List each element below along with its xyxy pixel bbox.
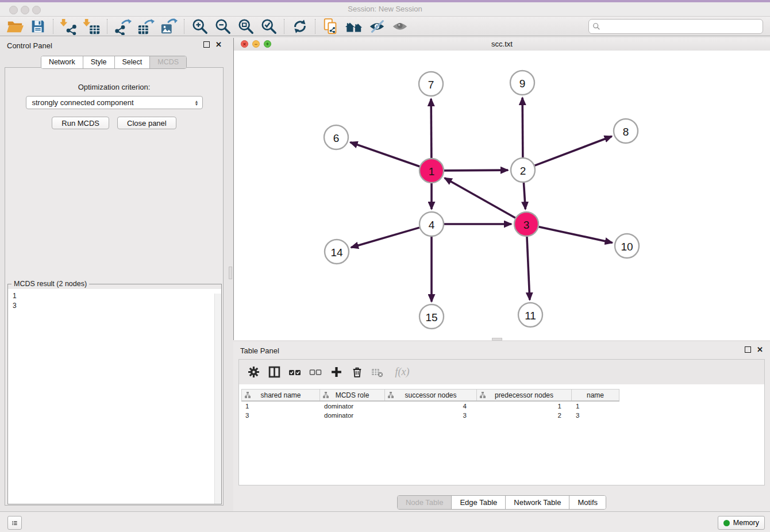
table-cell[interactable]: 1	[241, 402, 320, 411]
node-1[interactable]: 1	[419, 159, 444, 183]
network-view-titlebar[interactable]: × − + scc.txt	[234, 38, 770, 51]
node-7[interactable]: 7	[419, 72, 443, 96]
select-all-button[interactable]	[286, 364, 303, 381]
table-cell[interactable]: 1	[572, 402, 619, 411]
table-cell[interactable]: 3	[385, 411, 477, 420]
tab-network[interactable]: Network	[41, 56, 83, 68]
result-scrollbar[interactable]	[214, 294, 221, 504]
open-session-button[interactable]	[3, 18, 26, 35]
node-4[interactable]: 4	[419, 212, 444, 236]
duplicate-network-button[interactable]	[319, 18, 342, 35]
close-view-button[interactable]: ×	[241, 40, 248, 48]
zoom-selected-button[interactable]	[257, 18, 280, 35]
node-11[interactable]: 11	[518, 303, 542, 327]
node-3[interactable]: 3	[514, 212, 538, 236]
zoom-fit-button[interactable]	[234, 18, 257, 35]
table-tab-network-table[interactable]: Network Table	[506, 496, 569, 509]
table-cell[interactable]: dominator	[320, 411, 385, 420]
refresh-button[interactable]	[288, 18, 311, 35]
column-header-MCDS-role[interactable]: MCDS role	[320, 390, 385, 400]
edge-3-11[interactable]	[527, 237, 530, 300]
node-2[interactable]: 2	[511, 158, 535, 182]
memory-button[interactable]: Memory	[718, 516, 765, 530]
table-tab-edge-table[interactable]: Edge Table	[452, 496, 506, 509]
svg-text:14: 14	[330, 246, 343, 259]
node-6[interactable]: 6	[324, 125, 348, 149]
table-tab-motifs[interactable]: Motifs	[569, 496, 606, 509]
float-panel-icon[interactable]	[745, 346, 751, 353]
close-window-button[interactable]	[9, 6, 18, 14]
table-tab-node-table[interactable]: Node Table	[398, 496, 452, 509]
table-cell[interactable]: 4	[385, 402, 477, 411]
table-toolbar: f(x)	[239, 360, 764, 384]
edge-2-8[interactable]	[535, 136, 612, 165]
home-views-button[interactable]	[342, 18, 365, 35]
edge-3-1[interactable]	[445, 178, 515, 218]
run-mcds-button[interactable]: Run MCDS	[52, 117, 109, 129]
show-column-panel-button[interactable]	[265, 364, 283, 381]
node-9[interactable]: 9	[510, 71, 534, 95]
function-builder-button[interactable]: f(x)	[390, 364, 415, 381]
zoom-window-button[interactable]	[32, 6, 41, 14]
task-history-button[interactable]	[7, 516, 22, 530]
column-header-name[interactable]: name	[572, 390, 619, 400]
zoom-in-button[interactable]	[188, 18, 211, 35]
node-8[interactable]: 8	[614, 119, 638, 143]
deselect-all-button[interactable]	[307, 364, 324, 381]
edge-1-2[interactable]	[444, 170, 508, 171]
delete-column-button[interactable]	[348, 364, 365, 381]
node-14[interactable]: 14	[325, 240, 349, 264]
delete-table-button[interactable]	[369, 364, 386, 381]
tab-select[interactable]: Select	[115, 56, 151, 68]
edge-2-9[interactable]	[522, 98, 523, 157]
import-network-icon	[60, 18, 78, 35]
table-cell[interactable]: dominator	[320, 402, 385, 411]
tab-mcds[interactable]: MCDS	[150, 56, 186, 68]
mcds-result-group: MCDS result (2 nodes) 1 3	[7, 284, 222, 504]
edge-2-3[interactable]	[523, 183, 525, 209]
export-image-icon	[160, 18, 178, 35]
close-panel-icon[interactable]: ✕	[757, 346, 763, 353]
show-details-button[interactable]	[388, 18, 411, 35]
panel-splitter-handle[interactable]	[229, 267, 232, 279]
table-cell[interactable]: 2	[477, 411, 572, 420]
edge-4-14[interactable]	[351, 228, 419, 248]
network-canvas[interactable]: 7968124314101511	[234, 51, 770, 340]
criterion-select[interactable]: strongly connected component ▲▼	[26, 96, 203, 109]
edge-3-10[interactable]	[538, 227, 612, 243]
node-10[interactable]: 10	[615, 234, 639, 258]
add-column-button[interactable]	[328, 364, 345, 381]
column-header-predecessor-nodes[interactable]: predecessor nodes	[477, 390, 572, 400]
export-image-button[interactable]	[157, 18, 180, 35]
export-table-button[interactable]	[134, 18, 157, 35]
close-panel-button[interactable]: Close panel	[117, 117, 176, 129]
table-cell[interactable]: 3	[572, 411, 619, 420]
table-settings-button[interactable]	[245, 364, 262, 381]
zoom-out-button[interactable]	[211, 18, 234, 35]
column-header-shared-name[interactable]: shared name	[241, 390, 320, 400]
mcds-result-textarea[interactable]: 1 3	[8, 289, 221, 504]
view-resize-handle[interactable]	[492, 338, 502, 341]
tab-style[interactable]: Style	[83, 56, 115, 68]
import-table-button[interactable]	[80, 18, 103, 35]
table-cell[interactable]: 3	[241, 411, 320, 420]
close-panel-icon[interactable]: ✕	[215, 41, 222, 48]
table-cell[interactable]: 1	[477, 402, 572, 411]
column-header-successor-nodes[interactable]: successor nodes	[385, 390, 477, 400]
save-session-button[interactable]	[26, 18, 49, 35]
maximize-view-button[interactable]: +	[264, 40, 271, 48]
edge-1-7[interactable]	[431, 99, 432, 158]
minimize-view-button[interactable]: −	[252, 40, 260, 48]
table-row[interactable]: 1dominator411	[241, 402, 619, 411]
toolbar-separator	[315, 19, 316, 34]
refresh-icon	[291, 18, 309, 35]
float-panel-icon[interactable]	[203, 41, 210, 48]
hide-details-button[interactable]	[365, 18, 388, 35]
import-network-button[interactable]	[57, 18, 80, 35]
export-network-button[interactable]	[111, 18, 134, 35]
minimize-window-button[interactable]	[21, 6, 29, 14]
search-input[interactable]	[600, 22, 759, 31]
edge-1-6[interactable]	[351, 142, 420, 167]
node-15[interactable]: 15	[419, 304, 444, 329]
table-row[interactable]: 3dominator323	[241, 411, 619, 420]
